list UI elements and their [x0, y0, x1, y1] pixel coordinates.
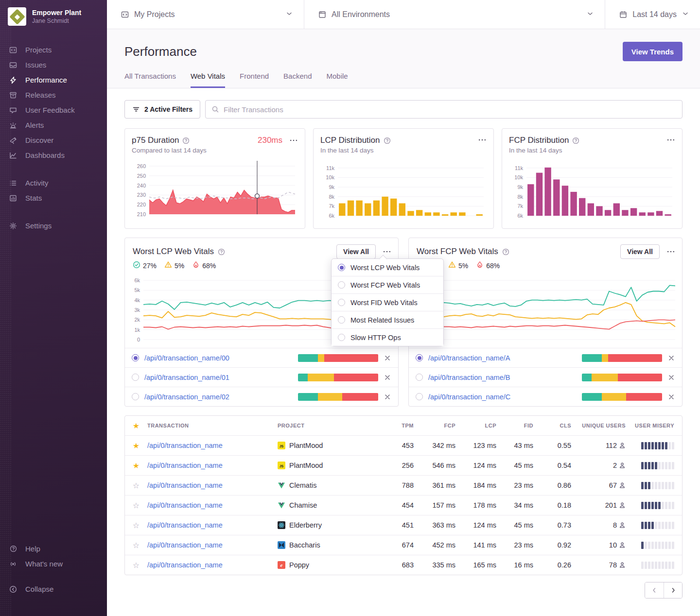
tab[interactable]: All Transactions — [124, 72, 176, 88]
tab[interactable]: Frontend — [240, 72, 269, 88]
star-toggle[interactable]: ☆ — [125, 561, 147, 570]
sidebar-item[interactable]: Issues — [0, 57, 107, 72]
org-switcher[interactable]: Empower Plant Jane Schmidt — [0, 0, 107, 31]
transaction-radio[interactable] — [416, 374, 423, 381]
star-toggle[interactable]: ★ — [125, 441, 147, 450]
help-icon[interactable] — [572, 137, 579, 144]
dropdown-option[interactable]: Most Related Issues — [332, 311, 443, 328]
option-radio[interactable] — [338, 299, 345, 306]
dropdown-option[interactable]: Slow HTTP Ops — [332, 328, 443, 346]
view-all-button[interactable]: View All — [620, 244, 660, 259]
sidebar-item[interactable]: Stats — [0, 190, 107, 205]
sidebar-item[interactable]: Discover — [0, 133, 107, 148]
card-menu-button[interactable] — [478, 136, 487, 144]
lcp-value: 165 ms — [455, 561, 496, 569]
tab[interactable]: Web Vitals — [191, 72, 225, 88]
star-toggle[interactable]: ☆ — [125, 521, 147, 530]
sidebar-item[interactable]: Settings — [0, 218, 107, 233]
option-radio[interactable] — [338, 281, 345, 289]
star-header-icon[interactable]: ★ — [125, 421, 147, 430]
star-toggle[interactable]: ★ — [125, 461, 147, 470]
transaction-radio[interactable] — [416, 393, 423, 400]
dropdown-option[interactable]: Worst FID Web Vitals — [332, 293, 443, 311]
project-cell[interactable]: Clematis — [278, 481, 384, 489]
sidebar-item[interactable]: Releases — [0, 87, 107, 103]
sidebar-collapse[interactable]: Collapse — [0, 582, 107, 597]
transaction-link[interactable]: /api/0/transaction_name — [147, 521, 278, 529]
help-icon[interactable] — [218, 248, 225, 256]
transaction-link[interactable]: /api/0/transaction_name — [147, 561, 278, 569]
sidebar-item-icon — [9, 46, 18, 54]
star-toggle[interactable]: ☆ — [125, 501, 147, 510]
project-cell[interactable]: JS PlantMood — [278, 462, 384, 469]
transaction-link[interactable]: /api/0/transaction_name/B — [428, 374, 577, 381]
transaction-link[interactable]: /api/0/transaction_name/A — [428, 354, 577, 362]
transaction-radio[interactable] — [132, 393, 139, 400]
view-trends-button[interactable]: View Trends — [623, 42, 682, 61]
fid-value: 34 ms — [496, 501, 533, 509]
help-icon[interactable] — [384, 137, 391, 144]
close-icon[interactable] — [384, 374, 391, 381]
close-icon[interactable] — [667, 393, 675, 401]
project-cell[interactable]: e Poppy — [278, 561, 384, 569]
sidebar-item[interactable]: User Feedback — [0, 103, 107, 118]
column-header-project: PROJECT — [278, 423, 384, 428]
option-radio[interactable] — [338, 334, 345, 341]
transaction-radio[interactable] — [132, 354, 139, 361]
transaction-link[interactable]: /api/0/transaction_name/00 — [144, 354, 293, 362]
transaction-link[interactable]: /api/0/transaction_name — [147, 442, 278, 449]
card-menu-button[interactable] — [289, 136, 298, 145]
sidebar-item[interactable]: Performance — [0, 72, 107, 87]
lcp-value: 178 ms — [455, 501, 496, 509]
global-filter-dropdown[interactable]: All Environments — [304, 0, 605, 29]
card-menu-button[interactable] — [666, 136, 675, 144]
transaction-link[interactable]: /api/0/transaction_name — [147, 481, 278, 489]
star-toggle[interactable]: ☆ — [125, 481, 147, 490]
transaction-link[interactable]: /api/0/transaction_name — [147, 462, 278, 469]
close-icon[interactable] — [667, 354, 675, 362]
cls-value: 0.26 — [533, 561, 571, 569]
card-menu-button[interactable] — [383, 247, 391, 256]
tab[interactable]: Mobile — [326, 72, 348, 88]
transaction-radio[interactable] — [132, 374, 139, 381]
global-filter-dropdown[interactable]: My Projects — [107, 0, 304, 29]
sidebar-item[interactable]: Activity — [0, 175, 107, 190]
transaction-link[interactable]: /api/0/transaction_name — [147, 541, 278, 549]
close-icon[interactable] — [384, 393, 391, 401]
search-input[interactable] — [224, 105, 676, 114]
dropdown-option[interactable]: Worst LCP Web Vitals — [332, 259, 443, 276]
transaction-link[interactable]: /api/0/transaction_name/01 — [144, 374, 293, 381]
transaction-link[interactable]: /api/0/transaction_name — [147, 501, 278, 509]
transaction-link[interactable]: /api/0/transaction_name/02 — [144, 393, 293, 401]
sidebar-item[interactable]: What's new — [0, 556, 107, 571]
view-all-button[interactable]: View All — [336, 244, 376, 259]
option-radio[interactable] — [338, 316, 345, 324]
next-page-button[interactable] — [664, 582, 682, 598]
project-cell[interactable]: Elderberry — [278, 521, 384, 529]
filter-label: Last 14 days — [632, 10, 677, 19]
sidebar-item[interactable]: Projects — [0, 42, 107, 57]
active-filters-button[interactable]: 2 Active Filters — [124, 100, 200, 119]
sidebar-item-label: Projects — [25, 46, 52, 54]
previous-page-button[interactable] — [645, 582, 664, 598]
help-icon[interactable] — [182, 137, 190, 144]
project-cell[interactable]: JS PlantMood — [278, 442, 384, 449]
sidebar-item[interactable]: Dashboards — [0, 148, 107, 163]
project-name: PlantMood — [289, 442, 323, 449]
help-icon[interactable] — [502, 248, 509, 256]
sidebar-item[interactable]: Help — [0, 541, 107, 556]
close-icon[interactable] — [667, 374, 675, 381]
star-toggle[interactable]: ☆ — [125, 541, 147, 550]
card-menu-button[interactable] — [666, 247, 675, 256]
global-filter-dropdown[interactable]: Last 14 days — [605, 0, 700, 29]
project-cell[interactable]: Baccharis — [278, 541, 384, 549]
project-cell[interactable]: Chamise — [278, 501, 384, 509]
tab[interactable]: Backend — [283, 72, 312, 88]
option-radio[interactable] — [338, 264, 345, 271]
transaction-radio[interactable] — [416, 354, 423, 361]
sidebar-item[interactable]: Alerts — [0, 118, 107, 133]
dropdown-option[interactable]: Worst FCP Web Vitals — [332, 276, 443, 293]
transaction-link[interactable]: /api/0/transaction_name/C — [428, 393, 577, 401]
close-icon[interactable] — [384, 354, 391, 362]
fid-value: 43 ms — [496, 442, 533, 449]
